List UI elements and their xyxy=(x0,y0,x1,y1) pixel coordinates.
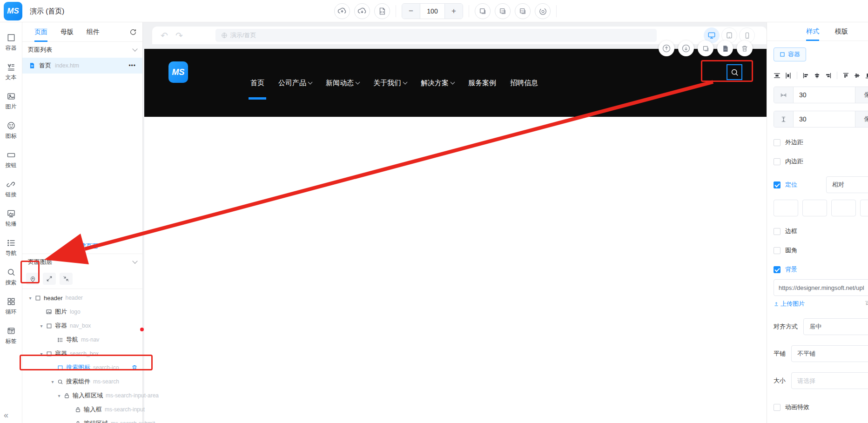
nav-item-news[interactable]: 新闻动态 xyxy=(326,79,359,87)
tab-components[interactable]: 组件 xyxy=(87,22,100,42)
margin-checkbox[interactable] xyxy=(774,139,781,146)
offset-right-input[interactable] xyxy=(802,200,827,216)
layer-row-search-input[interactable]: 输入框 ms-search-input xyxy=(22,403,142,416)
component-link[interactable]: 链接 xyxy=(0,175,22,204)
align-middle-icon[interactable] xyxy=(854,72,861,79)
radius-checkbox[interactable] xyxy=(774,247,781,254)
undo-icon[interactable]: ↶ xyxy=(161,30,168,41)
nav-item-jobs[interactable]: 招聘信息 xyxy=(510,79,538,87)
tile-select[interactable]: 不平铺 xyxy=(791,345,868,362)
layer-row-search-ico[interactable]: 搜索图标 search-ico xyxy=(22,361,142,375)
background-checkbox[interactable] xyxy=(774,266,781,273)
move-up-icon[interactable] xyxy=(659,40,674,56)
width-unit[interactable]: 像素 xyxy=(855,87,868,103)
refresh-icon[interactable] xyxy=(129,28,137,36)
align-horizontal-icon[interactable] xyxy=(774,72,781,79)
code-file-icon[interactable] xyxy=(374,3,390,19)
html-copy-icon[interactable]: HTML xyxy=(515,3,531,19)
page-body-area[interactable] xyxy=(144,117,767,423)
cloud-download-icon[interactable] xyxy=(354,3,370,19)
layer-row-search-input-area[interactable]: ▾ 输入框区域 ms-search-input-area xyxy=(22,389,142,403)
layer-row-header[interactable]: ▾ header header xyxy=(22,291,142,305)
component-text[interactable]: 文本 xyxy=(0,57,22,87)
layer-row-logo[interactable]: 图片 logo xyxy=(22,305,142,319)
position-select[interactable]: 相对 xyxy=(826,176,868,193)
tab-template[interactable]: 模版 xyxy=(835,22,848,41)
position-checkbox[interactable] xyxy=(774,181,781,188)
align-left-icon[interactable] xyxy=(802,72,809,79)
layer-row-search-box[interactable]: ▾ 容器 search_box xyxy=(22,347,142,361)
offset-bottom-input[interactable] xyxy=(831,200,856,216)
tab-masters[interactable]: 母版 xyxy=(61,22,74,42)
tab-pages[interactable]: 页面 xyxy=(34,22,47,42)
zoom-level-value[interactable]: 100 xyxy=(420,4,445,19)
upload-image-button[interactable]: 上传图片 xyxy=(774,300,805,308)
zoom-in-button[interactable]: + xyxy=(445,4,463,19)
site-header-element[interactable]: </> MS 首页 公司产品 新闻动态 关于我们 解决方案 服务案例 招聘信息 xyxy=(144,49,767,117)
zoom-out-button[interactable]: − xyxy=(402,4,420,19)
width-input[interactable] xyxy=(794,87,855,103)
border-checkbox[interactable] xyxy=(774,228,781,235)
offset-left-input[interactable] xyxy=(860,200,868,216)
site-search-icon-element[interactable] xyxy=(727,64,742,80)
offset-top-input[interactable] xyxy=(774,200,798,216)
component-button[interactable]: 按钮 xyxy=(0,145,22,175)
collapse-all-button[interactable] xyxy=(60,273,73,285)
nav-item-about[interactable]: 关于我们 xyxy=(373,79,407,87)
component-search[interactable]: 搜索 xyxy=(0,262,22,292)
size-input[interactable] xyxy=(791,372,868,389)
align-vertical-icon[interactable] xyxy=(785,72,792,79)
height-unit[interactable]: 像素 xyxy=(855,111,868,127)
page-list-header[interactable]: 页面列表 xyxy=(22,42,142,58)
layer-row-search-submit[interactable]: 按钮区域 ms-search-submit xyxy=(22,416,142,423)
align-center-icon[interactable] xyxy=(814,72,821,79)
copy-icon[interactable] xyxy=(475,3,491,19)
redo-icon[interactable]: ↷ xyxy=(175,30,183,41)
locate-layer-button[interactable] xyxy=(26,273,39,285)
layer-row-ms-nav[interactable]: 导航 ms-nav xyxy=(22,333,142,347)
app-logo[interactable]: MS xyxy=(4,2,22,20)
component-tag[interactable]: 标签 xyxy=(0,321,22,350)
component-icon[interactable]: 图标 xyxy=(0,116,22,145)
nav-item-cases[interactable]: 服务案例 xyxy=(468,79,496,87)
sync-cloud-icon[interactable] xyxy=(535,3,551,19)
tab-style[interactable]: 样式 xyxy=(806,22,819,41)
trash-icon[interactable] xyxy=(131,364,138,371)
animation-checkbox[interactable] xyxy=(774,404,781,411)
align-mode-select[interactable]: 居中 xyxy=(803,318,868,335)
align-top-icon[interactable] xyxy=(842,72,849,79)
move-down-icon[interactable] xyxy=(678,40,694,56)
more-options-icon[interactable]: ••• xyxy=(128,62,136,69)
align-bottom-icon[interactable] xyxy=(865,72,868,79)
component-loop[interactable]: 循环 xyxy=(0,292,22,321)
nav-item-products[interactable]: 公司产品 xyxy=(278,79,312,87)
component-nav[interactable]: 导航 xyxy=(0,233,22,262)
cloud-upload-icon[interactable] xyxy=(334,3,350,19)
padding-checkbox[interactable] xyxy=(774,158,781,165)
background-url-input[interactable] xyxy=(774,279,868,296)
canvas-address-bar[interactable]: 演示/首页 xyxy=(215,29,657,42)
layer-row-nav-box[interactable]: ▾ 容器 nav_box xyxy=(22,319,142,333)
css-copy-icon[interactable]: CSS xyxy=(495,3,511,19)
expand-all-button[interactable] xyxy=(43,273,56,285)
component-container[interactable]: 容器 xyxy=(0,28,22,57)
caret-down-icon[interactable]: ▾ xyxy=(49,379,56,384)
caret-down-icon[interactable]: ▾ xyxy=(38,323,45,329)
layers-header[interactable]: 页面图层 xyxy=(22,254,142,270)
align-right-icon[interactable] xyxy=(825,72,832,79)
delete-icon[interactable] xyxy=(737,40,753,56)
nav-item-home[interactable]: 首页 xyxy=(250,79,264,87)
new-page-button[interactable]: 新建页面 xyxy=(22,242,142,250)
collapse-sidebar-button[interactable]: « xyxy=(4,410,8,420)
duplicate-icon[interactable] xyxy=(698,40,713,56)
caret-down-icon[interactable]: ▾ xyxy=(38,351,45,356)
nav-item-solutions[interactable]: 解决方案 xyxy=(421,79,454,87)
component-image[interactable]: 图片 xyxy=(0,87,22,116)
layer-row-ms-search[interactable]: ▾ 搜索组件 ms-search xyxy=(22,375,142,389)
edit-code-icon[interactable]: </> xyxy=(717,40,733,56)
height-input[interactable] xyxy=(794,111,855,127)
caret-down-icon[interactable]: ▾ xyxy=(56,393,62,398)
caret-down-icon[interactable]: ▾ xyxy=(27,295,34,301)
page-list-item-home[interactable]: 首页 index.htm ••• xyxy=(22,58,142,74)
component-carousel[interactable]: 轮播 xyxy=(0,204,22,233)
